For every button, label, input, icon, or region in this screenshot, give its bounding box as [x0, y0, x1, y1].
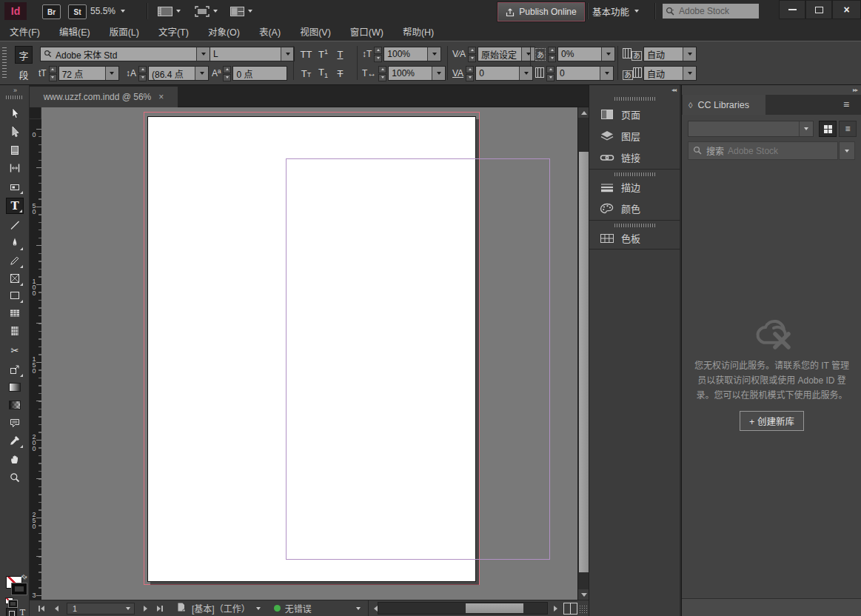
scroll-up-button[interactable] [578, 107, 589, 118]
horizontal-scale-value[interactable]: 100% [389, 67, 432, 80]
vertical-scale-dropdown[interactable] [427, 47, 440, 61]
strikethrough-button[interactable]: T [332, 65, 349, 81]
grid-jidori-bottom-value[interactable]: 自动 [644, 67, 683, 80]
toolbar-grip[interactable] [6, 96, 24, 99]
vertical-scale-stepper[interactable] [374, 47, 382, 62]
close-tab-icon[interactable]: × [158, 92, 164, 102]
stroke-panel-button[interactable]: 描边 [589, 176, 680, 198]
menu-layout[interactable]: 版面(L) [100, 22, 149, 41]
menu-type[interactable]: 文字(T) [149, 22, 198, 41]
workspace-switcher[interactable]: 基本功能 [592, 4, 639, 19]
cc-libraries-menu-button[interactable]: ≡ [843, 98, 849, 110]
underline-button[interactable]: T [332, 46, 349, 62]
adobe-stock-search[interactable] [663, 4, 759, 19]
scissors-tool[interactable]: ✂ [6, 342, 24, 358]
links-panel-button[interactable]: 链接 [589, 147, 680, 168]
rectangle-tool[interactable] [6, 287, 24, 304]
horizontal-scale-stepper[interactable] [378, 66, 386, 81]
list-view-button[interactable]: ≡ [839, 121, 857, 137]
font-family-dropdown[interactable] [196, 47, 210, 61]
panel-expand-button[interactable]: ▸▸ [682, 87, 861, 95]
library-select-dropdown[interactable] [799, 121, 813, 136]
library-select-combo[interactable] [688, 121, 814, 137]
grid-view-button[interactable] [819, 121, 837, 137]
menu-object[interactable]: 对象(O) [198, 22, 249, 41]
arrange-documents-button[interactable] [230, 4, 252, 18]
font-style-combo[interactable]: L [210, 46, 295, 62]
formatting-affects-container-button[interactable] [6, 608, 17, 616]
leading-dropdown[interactable] [195, 67, 208, 80]
warichu-value[interactable]: 0% [558, 47, 601, 61]
page-number-combo[interactable] [67, 603, 135, 615]
last-page-button[interactable] [153, 601, 167, 616]
menu-view[interactable]: 视图(V) [290, 22, 341, 41]
scroll-right-button[interactable] [548, 601, 563, 616]
stock-button[interactable]: St [68, 4, 87, 19]
horizontal-scrollbar[interactable] [378, 602, 548, 615]
warichu-dropdown[interactable] [601, 47, 614, 61]
zoom-level-dropdown[interactable]: 55.5% [90, 4, 125, 19]
font-family-combo[interactable]: Adobe 宋体 Std [40, 46, 210, 62]
leading-value[interactable]: (86.4 点 [149, 67, 195, 80]
view-options-button[interactable] [157, 4, 181, 18]
kerning-stepper[interactable] [468, 47, 476, 62]
grid-jidori-top-value[interactable]: 自动 [644, 47, 683, 61]
vertical-scroll-thumb[interactable] [579, 152, 589, 572]
cc-libraries-tab[interactable]: ◊ CC Libraries [683, 95, 765, 115]
pasteboard[interactable] [41, 107, 577, 600]
grid-count-dropdown[interactable] [600, 67, 613, 80]
page-number-input[interactable] [71, 603, 118, 614]
cc-search-field[interactable]: 搜索 Adobe Stock [688, 141, 838, 160]
menu-file[interactable]: 文件(F) [0, 22, 50, 41]
create-new-library-button[interactable]: + 创建新库 [740, 411, 804, 431]
minimize-button[interactable] [779, 0, 805, 19]
first-page-button[interactable] [34, 601, 49, 616]
small-caps-button[interactable]: TT [298, 65, 315, 81]
menu-help[interactable]: 帮助(H) [393, 22, 443, 41]
dock-collapse-button[interactable]: ◂◂ [589, 87, 680, 95]
tracking-dropdown[interactable] [519, 67, 532, 80]
vertical-ruler[interactable]: 0 50 100 150 200 250 3 [30, 119, 41, 600]
zoom-tool[interactable] [6, 469, 24, 486]
horizontal-grid-tool[interactable] [6, 305, 24, 321]
maximize-button[interactable] [805, 0, 832, 19]
document-tab[interactable]: www.uzzf.com.indd @ 56% × [30, 87, 178, 107]
gradient-swatch-tool[interactable] [6, 379, 24, 395]
grid-count-stepper[interactable] [546, 66, 555, 81]
page-tool[interactable] [6, 142, 24, 158]
cc-search-dropdown[interactable] [839, 141, 855, 160]
kerning-value[interactable]: 原始设定 [478, 47, 521, 61]
line-tool[interactable] [6, 217, 24, 233]
warichu-stepper[interactable] [548, 47, 556, 62]
publish-online-button[interactable]: Publish Online [497, 2, 585, 21]
baseline-shift-value[interactable]: 0 点 [233, 67, 287, 80]
direct-selection-tool[interactable] [6, 124, 24, 140]
pen-tool[interactable] [6, 235, 24, 251]
adobe-stock-search-input[interactable] [677, 5, 747, 17]
leading-stepper[interactable] [138, 66, 147, 81]
toolbar-expand-button[interactable]: » [0, 87, 30, 96]
pages-panel-button[interactable]: 页面 [589, 104, 680, 125]
character-formatting-toggle[interactable]: 字 [15, 46, 33, 64]
gradient-feather-tool[interactable] [6, 397, 24, 413]
font-size-stepper[interactable] [49, 66, 57, 81]
layers-panel-button[interactable]: 图层 [589, 125, 680, 147]
screen-mode-button[interactable] [194, 4, 218, 18]
swatches-panel-button[interactable]: 色板 [589, 227, 680, 249]
formatting-affects-text-button[interactable]: T [18, 608, 27, 616]
type-tool[interactable]: T [6, 198, 24, 214]
pencil-tool[interactable] [6, 252, 24, 269]
grid-count-value[interactable]: 0 [557, 67, 600, 80]
paragraph-formatting-toggle[interactable]: 段 [15, 65, 33, 83]
chevron-down-icon[interactable] [356, 607, 361, 610]
spread-view-icon[interactable] [563, 603, 577, 615]
horizontal-scale-dropdown[interactable] [432, 67, 445, 80]
panel-grip[interactable] [2, 47, 7, 78]
selection-tool[interactable] [6, 105, 24, 121]
baseline-shift-stepper[interactable] [223, 66, 231, 81]
scroll-down-button[interactable] [578, 589, 589, 600]
frame-tool[interactable] [6, 270, 24, 287]
free-transform-tool[interactable] [6, 361, 24, 378]
grid-jidori-bottom-dropdown[interactable] [683, 67, 696, 80]
stroke-swatch[interactable] [12, 583, 27, 595]
